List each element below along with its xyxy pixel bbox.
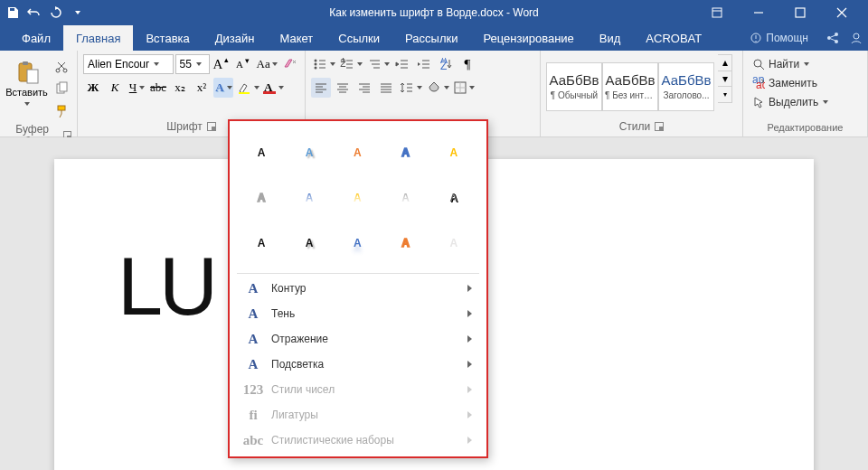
text-effect-menu-item[interactable]: AПодсветка xyxy=(233,352,483,377)
text-effect-swatch[interactable]: A xyxy=(387,224,425,262)
tab-mailings[interactable]: Рассылки xyxy=(392,25,470,51)
share-icon[interactable] xyxy=(821,25,844,51)
paste-label: Вставить xyxy=(5,87,48,98)
text-effects-swatches: AAAAAAAAAAAAAAA xyxy=(233,127,483,271)
text-effect-swatch[interactable]: A xyxy=(338,134,376,172)
borders-button[interactable] xyxy=(452,78,476,98)
group-clipboard: Вставить Буфер обм... xyxy=(0,51,78,136)
text-effect-swatch[interactable]: A xyxy=(290,134,328,172)
undo-icon[interactable] xyxy=(27,5,42,20)
text-effect-swatch[interactable]: A xyxy=(435,134,473,172)
svg-point-18 xyxy=(315,63,317,66)
text-effect-swatch[interactable]: A xyxy=(338,224,376,262)
align-left-button[interactable] xyxy=(311,78,331,98)
title-bar: .qat .caret::after{border-top-color:#fff… xyxy=(0,0,868,25)
minimize-icon[interactable] xyxy=(738,0,779,25)
replace-button[interactable]: abacЗаменить xyxy=(749,75,862,91)
tab-home[interactable]: Главная xyxy=(63,25,133,51)
qat-customize-icon[interactable]: .qat .caret::after{border-top-color:#fff… xyxy=(71,5,85,20)
style-item[interactable]: АаБбВвЗаголово... xyxy=(658,62,714,111)
tab-review[interactable]: Рецензирование xyxy=(470,25,586,51)
font-launcher-icon[interactable] xyxy=(207,122,216,131)
ribbon-options-icon[interactable] xyxy=(696,0,738,25)
styles-scroll-up[interactable]: ▴ xyxy=(718,55,731,71)
text-effect-swatch[interactable]: A xyxy=(290,224,328,262)
text-effect-swatch[interactable]: A xyxy=(242,179,280,217)
align-center-button[interactable] xyxy=(333,78,353,98)
underline-button[interactable]: Ч xyxy=(127,78,146,98)
highlight-button[interactable] xyxy=(235,78,260,98)
font-size-combo[interactable]: 55 xyxy=(175,54,210,74)
decrease-indent-button[interactable] xyxy=(392,54,412,74)
styles-gallery-nav: ▴ ▾ ▾ xyxy=(718,54,732,103)
text-effect-menu-item[interactable]: AТень xyxy=(233,301,483,326)
grow-font-button[interactable]: A▴ xyxy=(212,54,231,74)
strikethrough-button[interactable]: abc xyxy=(148,78,168,98)
tab-acrobat[interactable]: ACROBAT xyxy=(633,25,714,51)
text-effect-swatch[interactable]: A xyxy=(338,179,376,217)
text-effect-swatch[interactable]: A xyxy=(435,224,473,262)
tab-view[interactable]: Вид xyxy=(587,25,634,51)
tab-insert[interactable]: Вставка xyxy=(133,25,202,51)
multilevel-list-button[interactable] xyxy=(365,54,391,74)
maximize-icon[interactable] xyxy=(779,0,821,25)
styles-scroll-down[interactable]: ▾ xyxy=(718,71,731,88)
bullets-button[interactable] xyxy=(311,54,336,74)
svg-rect-14 xyxy=(58,106,65,110)
svg-rect-0 xyxy=(712,8,722,17)
tell-me[interactable]: Помощн xyxy=(737,25,821,51)
style-item[interactable]: АаБбВв¶ Обычный xyxy=(546,62,602,111)
svg-rect-13 xyxy=(60,82,67,91)
copy-button[interactable] xyxy=(52,79,71,99)
select-button[interactable]: Выделить xyxy=(749,94,862,110)
svg-point-19 xyxy=(315,67,317,70)
style-item[interactable]: АаБбВв¶ Без инте... xyxy=(602,62,658,111)
group-editing-label: Редактирование xyxy=(749,120,862,135)
italic-button[interactable]: К xyxy=(105,78,125,98)
tab-layout[interactable]: Макет xyxy=(267,25,326,51)
change-case-button[interactable]: Aa xyxy=(255,54,278,74)
cut-button[interactable] xyxy=(52,56,71,76)
text-effect-swatch[interactable]: A xyxy=(387,134,425,172)
text-effect-menu-item[interactable]: AОтражение xyxy=(233,326,483,352)
text-effect-swatch[interactable]: A xyxy=(242,224,280,262)
line-spacing-button[interactable] xyxy=(398,78,423,98)
font-color-button[interactable]: A xyxy=(262,78,285,98)
styles-launcher-icon[interactable] xyxy=(655,122,664,131)
feedback-icon[interactable] xyxy=(844,25,868,51)
justify-button[interactable] xyxy=(376,78,396,98)
shrink-font-button[interactable]: A▾ xyxy=(233,54,253,74)
text-effect-swatch[interactable]: A xyxy=(242,134,280,172)
text-effect-menu-item: 123Стили чисел xyxy=(233,377,483,402)
text-effect-swatch[interactable]: A xyxy=(435,179,473,217)
save-icon[interactable] xyxy=(5,5,20,20)
tab-design[interactable]: Дизайн xyxy=(203,25,268,51)
bold-button[interactable]: Ж xyxy=(83,78,103,98)
superscript-button[interactable]: x² xyxy=(192,78,212,98)
text-effects-popup: AAAAAAAAAAAAAAA AКонтурAТеньAОтражениеAП… xyxy=(228,119,488,458)
font-name-value: Alien Encour xyxy=(88,58,149,70)
align-right-button[interactable] xyxy=(354,78,374,98)
paste-button[interactable]: Вставить xyxy=(5,54,48,114)
text-effect-menu-item[interactable]: AКонтур xyxy=(233,276,483,301)
text-effects-button[interactable]: A xyxy=(213,78,233,98)
font-name-combo[interactable]: Alien Encour xyxy=(83,54,174,74)
svg-rect-1 xyxy=(796,8,805,17)
text-effect-menu-item: abcСтилистические наборы xyxy=(233,428,483,453)
text-effect-swatch[interactable]: A xyxy=(387,179,425,217)
find-button[interactable]: Найти xyxy=(749,56,862,72)
tab-file[interactable]: Файл xyxy=(9,25,63,51)
subscript-button[interactable]: x₂ xyxy=(170,78,190,98)
numbering-button[interactable]: 12 xyxy=(338,54,363,74)
sort-button[interactable]: AZ xyxy=(436,54,456,74)
redo-icon[interactable] xyxy=(49,5,63,20)
clear-formatting-button[interactable] xyxy=(279,54,299,74)
format-painter-button[interactable] xyxy=(52,101,71,121)
text-effect-swatch[interactable]: A xyxy=(290,179,328,217)
tab-references[interactable]: Ссылки xyxy=(326,25,392,51)
shading-button[interactable] xyxy=(425,78,450,98)
styles-expand[interactable]: ▾ xyxy=(718,87,731,102)
close-icon[interactable] xyxy=(821,0,863,25)
show-marks-button[interactable]: ¶ xyxy=(458,54,477,74)
increase-indent-button[interactable] xyxy=(414,54,434,74)
